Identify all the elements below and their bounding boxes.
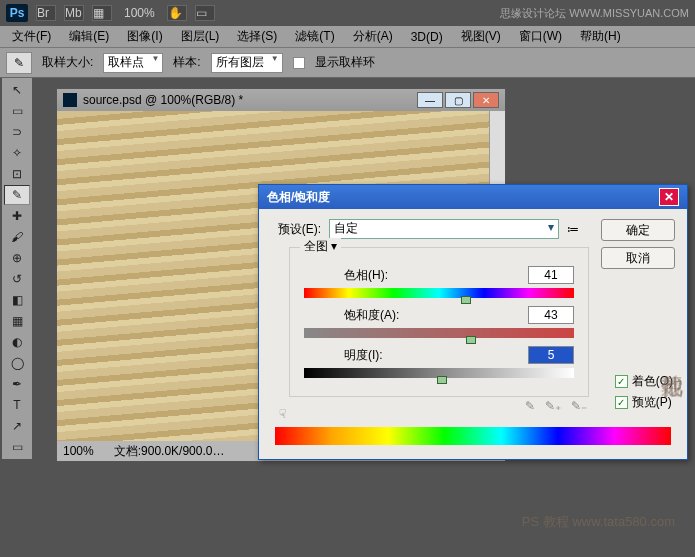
hue-label: 色相(H):: [344, 267, 388, 284]
saturation-row: 饱和度(A):: [304, 306, 574, 338]
menu-filter[interactable]: 滤镜(T): [287, 26, 342, 47]
menu-analysis[interactable]: 分析(A): [345, 26, 401, 47]
colorize-label: 着色(O): [632, 373, 673, 390]
eraser-tool[interactable]: ◧: [4, 290, 30, 310]
marquee-tool[interactable]: ▭: [4, 101, 30, 121]
eyedropper-sub-icon[interactable]: ✎₋: [571, 399, 587, 413]
lightness-row: 明度(I):: [304, 346, 574, 378]
lightness-slider[interactable]: [304, 368, 574, 378]
sample-size-select[interactable]: 取样点: [103, 53, 163, 73]
preview-label: 预览(P): [632, 394, 672, 411]
edit-range-select[interactable]: 全图 ▾: [300, 238, 341, 255]
document-title: source.psd @ 100%(RGB/8) *: [83, 93, 243, 107]
preview-checkbox[interactable]: ✓: [615, 396, 628, 409]
maximize-button[interactable]: ▢: [445, 92, 471, 108]
eyedropper-icon[interactable]: ✎: [525, 399, 535, 413]
cancel-button[interactable]: 取消: [601, 247, 675, 269]
screen-mode-icon[interactable]: ▭: [195, 5, 215, 21]
show-ring-label: 显示取样环: [315, 54, 375, 71]
saturation-label: 饱和度(A):: [344, 307, 399, 324]
mini-bridge-icon[interactable]: Mb: [64, 5, 84, 21]
shape-tool[interactable]: ▭: [4, 437, 30, 457]
history-brush-tool[interactable]: ↺: [4, 269, 30, 289]
sample-size-label: 取样大小:: [42, 54, 93, 71]
dialog-close-button[interactable]: ✕: [659, 188, 679, 206]
eyedropper-tool-icon[interactable]: ✎: [6, 52, 32, 74]
eyedropper-add-icon[interactable]: ✎₊: [545, 399, 561, 413]
hue-input[interactable]: [528, 266, 574, 284]
menu-image[interactable]: 图像(I): [119, 26, 170, 47]
saturation-slider[interactable]: [304, 328, 574, 338]
menu-3d[interactable]: 3D(D): [403, 28, 451, 46]
app-topbar: Ps Br Mb ▦ 100% ✋ ▭ 思缘设计论坛 WWW.MISSYUAN.…: [0, 0, 695, 26]
watermark-url: PS 教程 www.tata580.com: [522, 513, 675, 531]
edit-group: 全图 ▾ 色相(H): 饱和度(A):: [289, 247, 589, 397]
layout-icon[interactable]: ▦: [92, 5, 112, 21]
pen-tool[interactable]: ✒: [4, 374, 30, 394]
menu-view[interactable]: 视图(V): [453, 26, 509, 47]
hue-slider[interactable]: [304, 288, 574, 298]
preset-menu-icon[interactable]: ≔: [567, 222, 579, 236]
eyedropper-buttons: ✎ ✎₊ ✎₋: [525, 399, 587, 413]
brand-text: 思缘设计论坛 WWW.MISSYUAN.COM: [500, 6, 689, 21]
lightness-label: 明度(I):: [344, 347, 383, 364]
document-icon: [63, 93, 77, 107]
options-bar: ✎ 取样大小: 取样点 样本: 所有图层 显示取样环: [0, 48, 695, 78]
menu-layer[interactable]: 图层(L): [173, 26, 228, 47]
show-ring-checkbox[interactable]: [293, 57, 305, 69]
menu-select[interactable]: 选择(S): [229, 26, 285, 47]
wand-tool[interactable]: ✧: [4, 143, 30, 163]
menu-window[interactable]: 窗口(W): [511, 26, 570, 47]
stamp-tool[interactable]: ⊕: [4, 248, 30, 268]
menu-bar: 文件(F) 编辑(E) 图像(I) 图层(L) 选择(S) 滤镜(T) 分析(A…: [0, 26, 695, 48]
document-titlebar[interactable]: source.psd @ 100%(RGB/8) * — ▢ ✕: [57, 89, 505, 111]
eyedropper-tool[interactable]: ✎: [4, 185, 30, 205]
gradient-tool[interactable]: ▦: [4, 311, 30, 331]
move-tool[interactable]: ↖: [4, 80, 30, 100]
dodge-tool[interactable]: ◯: [4, 353, 30, 373]
heal-tool[interactable]: ✚: [4, 206, 30, 226]
type-tool[interactable]: T: [4, 395, 30, 415]
saturation-input[interactable]: [528, 306, 574, 324]
preset-select[interactable]: 自定: [329, 219, 559, 239]
minimize-button[interactable]: —: [417, 92, 443, 108]
status-docinfo[interactable]: 文档:900.0K/900.0…: [114, 443, 225, 460]
path-tool[interactable]: ↗: [4, 416, 30, 436]
preset-label: 预设(E):: [271, 221, 321, 238]
hand-icon[interactable]: ✋: [167, 5, 187, 21]
hue-row: 色相(H):: [304, 266, 574, 298]
ok-button[interactable]: 确定: [601, 219, 675, 241]
dialog-title: 色相/饱和度: [267, 189, 330, 206]
spectrum-bar-top: [275, 427, 671, 445]
zoom-level[interactable]: 100%: [124, 6, 155, 20]
lasso-tool[interactable]: ⊃: [4, 122, 30, 142]
lightness-input[interactable]: [528, 346, 574, 364]
blur-tool[interactable]: ◐: [4, 332, 30, 352]
status-zoom[interactable]: 100%: [63, 444, 94, 458]
hand-icon[interactable]: ☟: [279, 407, 286, 421]
sample-layers-select[interactable]: 所有图层: [211, 53, 283, 73]
bridge-icon[interactable]: Br: [36, 5, 56, 21]
dialog-titlebar[interactable]: 色相/饱和度 ✕: [259, 185, 687, 209]
workspace: ↖ ▭ ⊃ ✧ ⊡ ✎ ✚ 🖌 ⊕ ↺ ◧ ▦ ◐ ◯ ✒ T ↗ ▭ sour…: [0, 78, 695, 557]
menu-file[interactable]: 文件(F): [4, 26, 59, 47]
brush-tool[interactable]: 🖌: [4, 227, 30, 247]
close-button[interactable]: ✕: [473, 92, 499, 108]
menu-edit[interactable]: 编辑(E): [61, 26, 117, 47]
toolbox: ↖ ▭ ⊃ ✧ ⊡ ✎ ✚ 🖌 ⊕ ↺ ◧ ▦ ◐ ◯ ✒ T ↗ ▭: [2, 78, 32, 459]
photoshop-logo: Ps: [6, 4, 28, 22]
hue-saturation-dialog: 色相/饱和度 ✕ 预设(E): 自定 ≔ 确定 取消 全图 ▾ 色相(H):: [258, 184, 688, 460]
menu-help[interactable]: 帮助(H): [572, 26, 629, 47]
crop-tool[interactable]: ⊡: [4, 164, 30, 184]
sample-label: 样本:: [173, 54, 200, 71]
colorize-checkbox[interactable]: ✓: [615, 375, 628, 388]
